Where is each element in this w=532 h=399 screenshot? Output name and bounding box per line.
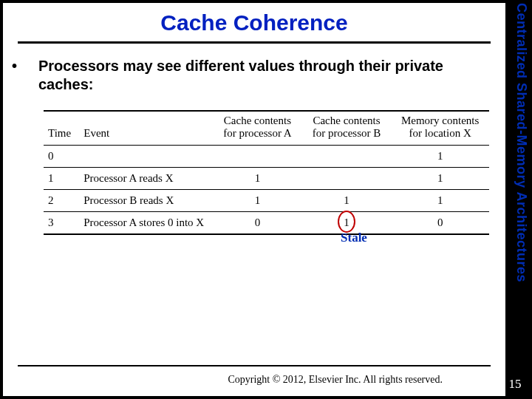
cell-m: 1: [391, 167, 489, 189]
table-head-row: Time Event Cache contents for processor …: [44, 111, 489, 145]
table-row: 1 Processor A reads X 1 1: [44, 167, 489, 189]
th-event: Event: [79, 111, 213, 145]
chapter-side-label: Centralized Shared-Memory Architectures: [507, 3, 529, 291]
th-time: Time: [44, 111, 79, 145]
title-divider: [18, 41, 491, 44]
th-cache-a: Cache contents for processor A: [213, 111, 302, 145]
coherence-table-wrap: Time Event Cache contents for processor …: [44, 110, 489, 235]
cell-a: 0: [213, 211, 302, 234]
stale-circle-icon: [338, 211, 355, 233]
cell-time: 0: [44, 145, 79, 167]
cell-b: 1: [302, 189, 392, 211]
table-row: 3 Processor A stores 0 into X 0 1 Stale …: [44, 211, 489, 234]
footer-divider: [18, 365, 491, 366]
cell-event: [79, 145, 213, 167]
bullet-point: •Processors may see different values thr…: [25, 57, 483, 94]
table-row: 2 Processor B reads X 1 1 1: [44, 189, 489, 211]
slide-title: Cache Coherence: [3, 3, 505, 35]
cell-event: Processor B reads X: [79, 189, 213, 211]
page-number: 15: [505, 377, 525, 392]
cell-m: 1: [391, 145, 489, 167]
cell-b: [302, 167, 392, 189]
cell-event: Processor A stores 0 into X: [79, 211, 213, 234]
cell-time: 3: [44, 211, 79, 234]
bullet-marker: •: [25, 57, 38, 75]
cell-b-stale: 1 Stale: [302, 211, 392, 234]
th-cache-b: Cache contents for processor B: [302, 111, 392, 145]
cell-time: 1: [44, 167, 79, 189]
cell-a: [213, 145, 302, 167]
cell-a: 1: [213, 167, 302, 189]
coherence-table: Time Event Cache contents for processor …: [44, 110, 489, 235]
cell-m: 0: [391, 211, 489, 234]
cell-b: [302, 145, 392, 167]
cell-time: 2: [44, 189, 79, 211]
bullet-text: Processors may see different values thro…: [38, 58, 443, 92]
stale-annotation: Stale: [341, 231, 367, 245]
th-mem-x: Memory contents for location X: [391, 111, 489, 145]
cell-m: 1: [391, 189, 489, 211]
copyright-text: Copyright © 2012, Elsevier Inc. All righ…: [228, 374, 443, 386]
cell-a: 1: [213, 189, 302, 211]
table-row: 0 1: [44, 145, 489, 167]
cell-event: Processor A reads X: [79, 167, 213, 189]
slide-body: Cache Coherence •Processors may see diff…: [3, 3, 505, 396]
